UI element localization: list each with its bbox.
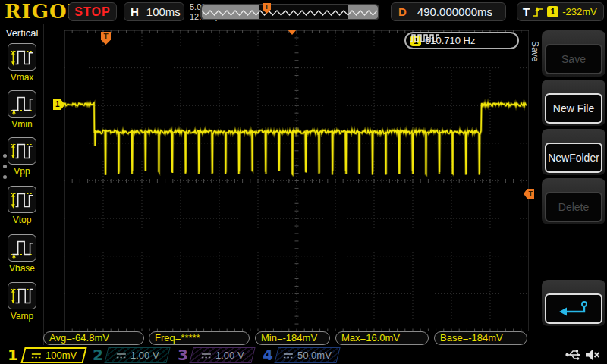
oscilloscope-screen: RIGOL STOP H 100ms 5.00MSa/s 12.0M pts T… [0, 0, 607, 364]
delete-button[interactable]: Delete [545, 192, 602, 222]
vamp-button[interactable] [8, 282, 36, 309]
channel1-level-marker[interactable]: 1 [53, 99, 65, 110]
channel1-trace [64, 30, 529, 331]
vmin-label: Vmin [0, 119, 44, 130]
waveform-display: T 1 T 1 610.710 Hz [64, 30, 529, 331]
measurement-freq: Freq=***** [149, 331, 250, 345]
vamp-icon [8, 283, 36, 309]
save-button[interactable]: Save [545, 44, 602, 74]
trigger-box[interactable]: T 1 -232mV [517, 2, 604, 21]
delay-label: D [398, 5, 407, 18]
speaker-muted-icon [584, 348, 601, 362]
back-button[interactable] [545, 293, 602, 324]
vamp-label: Vamp [0, 311, 44, 322]
channel3-scale: 1.00 V [215, 350, 244, 361]
channel3-number[interactable]: 3 [178, 346, 188, 364]
vpp-icon [8, 138, 36, 164]
frequency-counter: 1 610.710 Hz [404, 32, 519, 49]
delay-value: 490.000000ms [417, 5, 492, 18]
usb-icon [565, 348, 583, 362]
trigger-position-indicator-icon [288, 30, 297, 35]
rising-edge-icon [533, 6, 544, 18]
vpp-button[interactable] [8, 137, 36, 165]
vtop-icon [8, 187, 36, 212]
left-menu-title: Vertical [0, 27, 44, 39]
channel3-block[interactable]: 1.00 V [189, 347, 255, 363]
run-state-label: STOP [74, 5, 110, 19]
vbase-label: Vbase [0, 263, 44, 274]
measurement-base: Base=-184mV [434, 331, 527, 345]
channel2-number[interactable]: 2 [93, 346, 103, 364]
dc-coupling-icon [116, 352, 127, 359]
trigger-level-value: -232mV [562, 6, 597, 17]
channel1-number[interactable]: 1 [8, 346, 18, 364]
softkey-back[interactable] [542, 280, 605, 326]
channel1-block[interactable]: 100mV [20, 347, 86, 363]
square-wave-icon [409, 33, 441, 43]
channel2-block[interactable]: 1.00 V [104, 347, 170, 363]
trigger-source-badge: 1 [547, 6, 558, 17]
channel1-scale: 100mV [46, 350, 77, 361]
vmax-label: Vmax [0, 72, 44, 83]
trigger-label: T [523, 5, 530, 18]
channel4-block[interactable]: 50.0mV [274, 347, 340, 363]
softkey-save[interactable]: Save [542, 30, 605, 77]
measurement-min: Min=-184mV [255, 331, 330, 345]
vmax-icon [8, 44, 36, 70]
measurement-max: Max=16.0mV [335, 331, 429, 345]
dc-coupling-icon [283, 352, 294, 359]
new-folder-button[interactable]: NewFolder [545, 143, 602, 173]
vertical-measure-menu: Vertical Vmax Vmin [0, 24, 44, 345]
horizontal-label: H [131, 5, 139, 18]
vbase-button[interactable] [8, 234, 36, 262]
softkey-delete[interactable]: Delete [542, 178, 605, 224]
vtop-button[interactable] [8, 186, 36, 213]
menu-page-dot [3, 154, 7, 158]
dc-coupling-icon [201, 352, 212, 359]
menu-page-dot [3, 175, 7, 179]
measurement-avg: Avg=-64.8mV [43, 331, 144, 345]
timebase-value: 100ms [146, 5, 181, 18]
save-menu-tab: Save [530, 41, 540, 61]
delay-box[interactable]: D 490.000000ms [391, 2, 506, 21]
vpp-label: Vpp [0, 166, 44, 177]
channel2-scale: 1.00 V [131, 350, 159, 361]
channel4-scale: 50.0mV [297, 350, 332, 361]
return-arrow-icon [557, 300, 590, 318]
vtop-label: Vtop [0, 215, 44, 225]
new-file-button[interactable]: New File [545, 93, 602, 124]
save-menu: Save Save New File NewFolder Delete [530, 24, 607, 345]
menu-page-dot [3, 165, 7, 168]
vmin-button[interactable] [8, 90, 36, 118]
softkey-new-file[interactable]: New File [542, 80, 605, 126]
softkey-new-folder[interactable]: NewFolder [542, 129, 605, 175]
vmin-icon [8, 91, 36, 117]
dc-coupling-icon [31, 352, 42, 359]
memory-waveform-icon [202, 8, 378, 19]
memory-position-strip [200, 4, 379, 20]
channel4-number[interactable]: 4 [263, 346, 273, 364]
horizontal-timebase-box[interactable]: H 100ms [124, 2, 184, 21]
run-stop-status[interactable]: STOP [68, 2, 117, 21]
vbase-icon [8, 235, 36, 261]
vmax-button[interactable] [8, 43, 36, 71]
